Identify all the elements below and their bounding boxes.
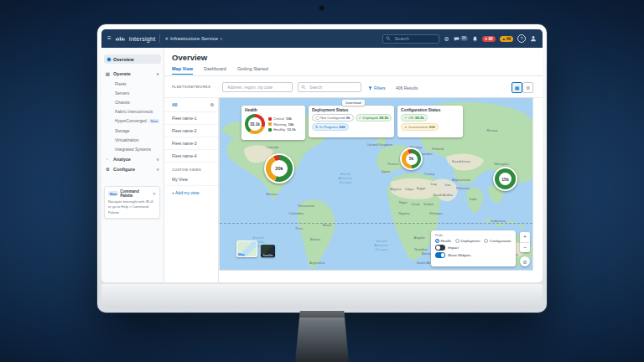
address-input[interactable] (226, 85, 289, 90)
search-icon (386, 36, 391, 41)
satellite-layer-button[interactable]: Satellite (261, 245, 275, 257)
global-search-input[interactable] (392, 35, 436, 42)
world-map[interactable]: CanadaMexicoUnited KingdomFranceSpainNor… (220, 98, 532, 270)
map-label-india: India (469, 197, 477, 201)
user-avatar[interactable] (530, 35, 537, 42)
critical-alarms-badge[interactable]: ✕ 98 (482, 36, 496, 42)
pill-value: 96 (346, 116, 351, 120)
sidebar-item-fleets[interactable]: Fleets (101, 79, 164, 88)
sidebar-item-label: Overview (113, 57, 133, 62)
legend-item-warning[interactable]: Warning 10k (268, 122, 296, 127)
sidebar-item-overview[interactable]: Overview (104, 54, 161, 64)
map-label-iraq: Iraq (430, 182, 437, 186)
monitor-chin (101, 284, 543, 308)
map-settings-button[interactable]: ⚙ (520, 256, 530, 266)
map-label-afghanistan: Afghanistan (452, 178, 471, 182)
help-icon[interactable]: ? (517, 34, 526, 43)
map-marker-europe[interactable]: 5k (400, 147, 423, 170)
legend-label: Warning (273, 122, 286, 127)
show-widgets-toggle[interactable] (435, 252, 445, 258)
add-my-view-button[interactable]: + Add my view (164, 186, 218, 199)
legend-item-critical[interactable]: Critical 10k (268, 116, 296, 121)
pill-not-configured[interactable]: ◯ Not Configured 96 (312, 114, 354, 122)
deployment-status-widget: Deployment Status ◯ Not Configured 96 ✓ (309, 106, 394, 137)
legend-item-healthy[interactable]: Healthy 13.1k (268, 127, 296, 132)
map-view-toggle-button[interactable]: ▦ (512, 82, 522, 93)
funnel-icon (368, 86, 372, 90)
map-marker-east-asia[interactable]: 15k (493, 167, 517, 191)
impact-toggle[interactable] (435, 245, 445, 251)
map-label-chad: Chad (411, 202, 420, 206)
marketing-background: ≡ Intersight ❖ Infrastructure Service ∨ … (0, 0, 644, 362)
pill-in-progress[interactable]: ↻ In Progress 500 (312, 123, 349, 131)
fleet-list-item[interactable]: Fleet name-1 (164, 112, 218, 125)
sidebar-item-storage[interactable]: Storage (101, 126, 164, 135)
pill-deployed[interactable]: ✓ Deployed 28.3k (356, 114, 392, 122)
pill-inconsistent[interactable]: ⚠ Inconsistent 500 (401, 123, 439, 131)
download-button[interactable]: Download (342, 100, 365, 106)
close-icon[interactable]: ✕ (153, 191, 156, 196)
map-layer-control: Map Satellite (236, 240, 275, 257)
zoom-out-button[interactable]: − (520, 243, 530, 253)
sidebar-section-analyze[interactable]: ◔ Analyze ∨ (101, 154, 164, 164)
sidebar-section-operate[interactable]: ▤ Operate ∧ (101, 69, 164, 79)
hamburger-menu-icon[interactable]: ≡ (107, 35, 112, 42)
map-label-venezuela: Venezuela (298, 204, 314, 208)
map-search-field[interactable] (298, 82, 361, 92)
pill-ok[interactable]: ✓ OK 38.3k (401, 114, 428, 122)
sidebar-section-configure[interactable]: ⚙ Configure ∨ (101, 164, 164, 174)
service-selector[interactable]: ❖ Infrastructure Service ∨ (164, 36, 222, 41)
alarms-bell-icon[interactable] (472, 36, 478, 42)
filters-button[interactable]: Filters (368, 85, 386, 90)
filters-label: Filters (374, 85, 386, 90)
radio-health[interactable]: Health (435, 239, 451, 243)
pill-label: OK (408, 116, 413, 120)
map-label-canada: Canada (267, 145, 279, 149)
fleet-filter-all[interactable]: All ⚙ (164, 98, 218, 112)
fleet-list-item[interactable]: Fleet name-3 (164, 137, 218, 150)
custom-views-header: CUSTOM VIEWS (164, 163, 218, 173)
map-label-finland: Finland (432, 147, 444, 151)
sidebar-item-fabric-interconnects[interactable]: Fabric Interconnects (101, 107, 164, 116)
deployment-widget-title: Deployment Status (312, 108, 391, 112)
custom-view-item[interactable]: My View (164, 173, 218, 186)
tab-dashboard[interactable]: Dashboard (204, 66, 226, 75)
sidebar-item-hyperconverged[interactable]: HyperConverged New (101, 116, 164, 126)
radio-deployment[interactable]: Deployment (455, 239, 480, 243)
radio-configuration[interactable]: Configuration (484, 239, 511, 243)
tab-map-view[interactable]: Map View (172, 66, 193, 75)
global-search[interactable] (382, 34, 439, 44)
sidebar-item-virtualization[interactable]: Virtualization (101, 135, 164, 144)
map-search-input[interactable] (308, 85, 358, 90)
critical-count: 98 (489, 37, 493, 41)
sidebar-item-integrated-systems[interactable]: Integrated Systems (101, 144, 164, 153)
address-search-field[interactable] (222, 82, 293, 92)
sidebar-item-chassis[interactable]: Chassis (101, 97, 164, 106)
map-marker-north-america[interactable]: 20k (264, 153, 294, 184)
warning-icon: ▲ (502, 37, 506, 41)
settings-gear-icon[interactable]: ⚙ (444, 36, 449, 42)
warning-count: 99 (506, 37, 511, 41)
map-label-mexico: Mexico (266, 192, 278, 196)
marker-value: 5k (406, 153, 418, 165)
health-donut-chart[interactable]: 33.1k (245, 114, 265, 134)
satellite-layer-label: Satellite (261, 254, 275, 257)
chat-icon[interactable]: 98 (454, 36, 468, 42)
critical-icon: ✕ (485, 37, 488, 41)
map-layer-button[interactable]: Map (236, 240, 257, 257)
tab-getting-started[interactable]: Getting Started (237, 66, 268, 75)
warning-alarms-badge[interactable]: ▲ 99 (500, 36, 513, 42)
fleet-list-item[interactable]: Fleet name-2 (164, 125, 218, 137)
pill-value: 28.3k (379, 116, 388, 120)
pods-panel: Pods Health Deployment (431, 230, 516, 266)
not-configured-icon: ◯ (315, 116, 319, 120)
fleet-list-item[interactable]: Fleet name-4 (164, 150, 218, 163)
zoom-in-button[interactable]: + (520, 232, 530, 243)
sidebar-item-servers[interactable]: Servers (101, 88, 164, 97)
chat-count-badge: 98 (460, 36, 468, 41)
legend-swatch (268, 122, 272, 126)
list-view-toggle-button[interactable]: ≣ (522, 82, 533, 93)
main-content: Overview Map View Dashboard Getting Star… (164, 48, 543, 282)
gear-icon[interactable]: ⚙ (210, 102, 214, 107)
operate-icon: ▤ (106, 71, 111, 76)
